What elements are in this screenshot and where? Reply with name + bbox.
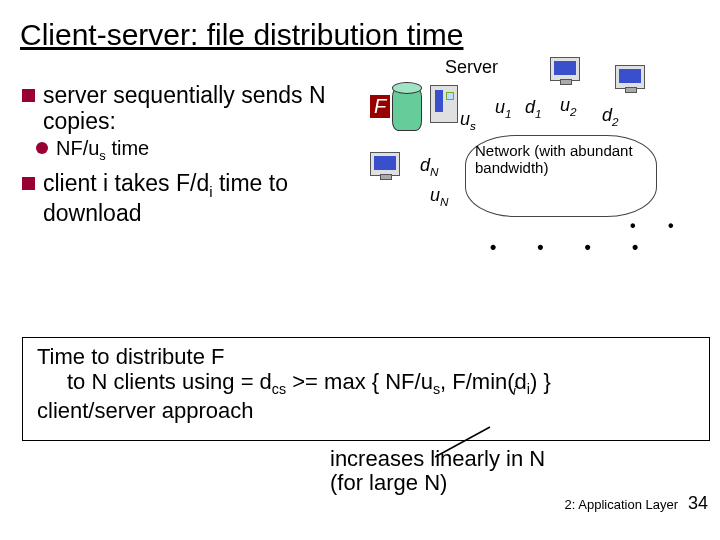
network-diagram: Server F us u1 d1 u2 d2 dN uN Network (w… <box>370 57 700 277</box>
client-monitor-icon <box>370 152 400 176</box>
u1-label: u1 <box>495 97 512 120</box>
cloud-text: Network (with abundant bandwidth) <box>475 143 655 176</box>
formula-box: Time to distribute F to N clients using … <box>22 337 710 441</box>
d2-label: d2 <box>602 105 619 128</box>
formula-line2: to N clients using = dcs >= max { NF/us,… <box>67 369 701 398</box>
nfus-post: time <box>106 137 149 159</box>
server-icon <box>430 85 458 123</box>
formula-line3: client/server approach <box>37 398 701 423</box>
bullet-2-text: client i takes F/di time to download <box>43 170 362 226</box>
formula-equation: = dcs >= max { NF/us, F/min(di) } <box>241 369 557 394</box>
client-monitor-icon <box>550 57 580 81</box>
nfus-pre: NF/u <box>56 137 99 159</box>
u2-label: u2 <box>560 95 577 118</box>
note-line1: increases linearly in N <box>330 447 650 471</box>
file-F-label: F <box>370 95 390 118</box>
dN-label: dN <box>420 155 438 178</box>
slide-body: server sequentially sends N copies: NF/u… <box>0 52 720 522</box>
bullet-2: client i takes F/di time to download <box>22 170 362 226</box>
bullet-1-sub-text: NF/us time <box>56 137 149 164</box>
server-label: Server <box>445 57 498 78</box>
slide-title: Client-server: file distribution time <box>0 0 720 52</box>
bullet-square-icon <box>22 177 35 190</box>
ellipsis-dots: • • • • <box>490 237 656 258</box>
note-text: increases linearly in N (for large N) <box>330 447 650 495</box>
footer-page-number: 34 <box>688 493 708 514</box>
d1-label: d1 <box>525 97 542 120</box>
bullet-circle-icon <box>36 142 48 154</box>
bullet-1: server sequentially sends N copies: <box>22 82 362 135</box>
ellipsis-dots: • • <box>630 217 688 235</box>
formula-left: to N clients using <box>67 369 235 394</box>
bullet-list: server sequentially sends N copies: NF/u… <box>22 82 362 228</box>
b2-pre: client i takes F/d <box>43 170 209 196</box>
client-monitor-icon <box>615 65 645 89</box>
min-subscript-i: i <box>513 383 516 398</box>
file-cylinder-icon <box>392 87 422 131</box>
note-line2: (for large N) <box>330 471 650 495</box>
bullet-1-text: server sequentially sends N copies: <box>43 82 362 135</box>
footer-chapter: 2: Application Layer <box>565 497 678 512</box>
us-label: us <box>460 109 476 132</box>
bullet-square-icon <box>22 89 35 102</box>
uN-label: uN <box>430 185 448 208</box>
formula-line1: Time to distribute F <box>37 344 701 369</box>
bullet-1-sub: NF/us time <box>22 137 362 164</box>
